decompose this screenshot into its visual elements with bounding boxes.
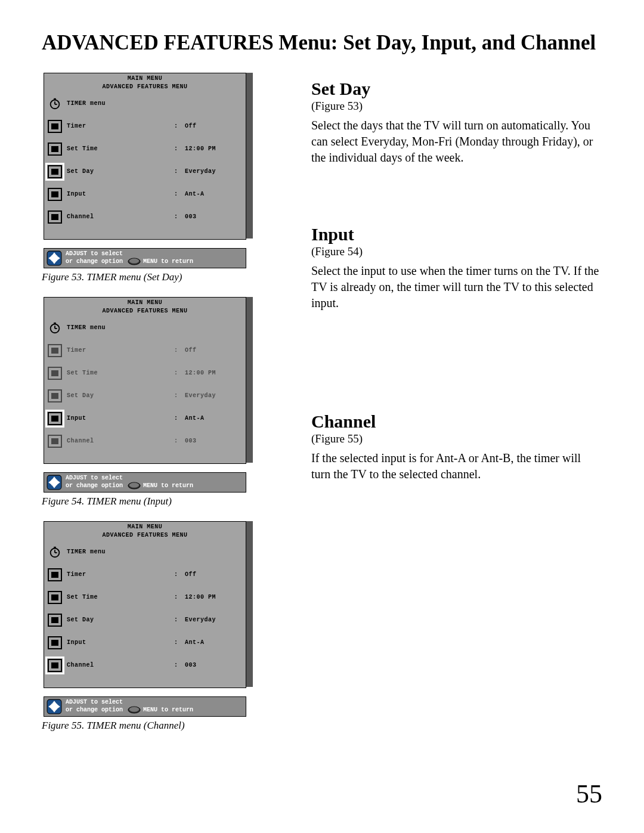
legend-return-text: MENU to return (143, 482, 193, 489)
colon: : (174, 347, 180, 354)
osd-legend: ADJUST to select or change option MENU t… (44, 472, 246, 493)
square-icon (48, 188, 62, 201)
colon: : (174, 594, 180, 600)
colon: : (174, 571, 180, 578)
menu-item-value: 003 (185, 213, 239, 220)
timer-menu-label: TIMER menu (67, 100, 169, 107)
menu-item-label: Input (67, 191, 169, 197)
advanced-features-title: ADVANCED FEATURES MENU (44, 83, 246, 91)
osd-panel: MAIN MENUADVANCED FEATURES MENU TIMER me… (44, 297, 246, 464)
menu-item-label: Input (67, 639, 169, 646)
figure-block: MAIN MENUADVANCED FEATURES MENU TIMER me… (42, 292, 292, 507)
osd-panel: MAIN MENUADVANCED FEATURES MENU TIMER me… (44, 73, 246, 240)
menu-row-set-time: Set Time : 12:00 PM (48, 138, 239, 160)
colon: : (174, 168, 180, 175)
menu-row-timer: Timer : Off (48, 339, 239, 362)
legend-change-text: or change option (66, 482, 123, 489)
main-menu-title: MAIN MENU (44, 522, 246, 531)
menu-item-label: Timer (67, 123, 169, 129)
menu-item-value: Everyday (185, 168, 239, 175)
legend-adjust-text: ADJUST to select (66, 475, 193, 481)
tv-menu-screenshot: MAIN MENUADVANCED FEATURES MENU TIMER me… (44, 73, 246, 243)
menu-row-set-time: Set Time : 12:00 PM (48, 586, 239, 609)
section-heading: Channel (311, 411, 602, 431)
square-icon (48, 344, 62, 357)
colon: : (174, 415, 180, 422)
figure-reference: (Figure 54) (311, 245, 602, 258)
menu-row-input: Input : Ant-A (48, 183, 239, 206)
menu-item-value: 003 (185, 438, 239, 444)
colon: : (174, 145, 180, 152)
timer-menu-header-row: TIMER menu (48, 317, 239, 339)
menu-item-value: 12:00 PM (185, 370, 239, 376)
main-menu-title: MAIN MENU (44, 298, 246, 307)
colon: : (174, 123, 180, 129)
menu-item-label: Timer (67, 347, 169, 354)
colon: : (174, 639, 180, 646)
osd-legend: ADJUST to select or change option MENU t… (44, 696, 246, 717)
menu-row-channel: Channel : 003 (48, 430, 239, 453)
menu-row-set-time: Set Time : 12:00 PM (48, 362, 239, 385)
menu-item-label: Channel (67, 213, 169, 220)
square-icon (48, 165, 62, 178)
menu-item-value: Ant-A (185, 415, 239, 422)
osd-menu-list: TIMER menu Timer : Off Set Time : 12:00 … (44, 315, 246, 463)
menu-button-icon (128, 706, 141, 714)
menu-row-input: Input : Ant-A (48, 407, 239, 430)
square-icon (48, 614, 62, 627)
menu-item-value: 003 (185, 662, 239, 668)
timer-menu-header-row: TIMER menu (48, 92, 239, 115)
figure-caption: Figure 55. TIMER menu (Channel) (42, 720, 292, 732)
menu-row-timer: Timer : Off (48, 115, 239, 138)
menu-item-value: Ant-A (185, 191, 239, 197)
menu-button-icon (128, 258, 141, 265)
timer-icon (48, 546, 62, 559)
square-icon (48, 435, 62, 448)
timer-menu-header-row: TIMER menu (48, 541, 239, 563)
colon: : (174, 662, 180, 668)
section-body: If the selected input is for Ant-A or An… (311, 450, 602, 482)
legend-return-text: MENU to return (143, 707, 193, 713)
figure-caption: Figure 54. TIMER menu (Input) (42, 496, 292, 507)
osd-legend: ADJUST to select or change option MENU t… (44, 248, 246, 268)
timer-menu-label: TIMER menu (67, 324, 169, 331)
menu-row-channel: Channel : 003 (48, 206, 239, 228)
colon: : (174, 213, 180, 220)
osd-menu-list: TIMER menu Timer : Off Set Time : 12:00 … (44, 91, 246, 239)
advanced-features-title: ADVANCED FEATURES MENU (44, 307, 246, 315)
menu-item-value: 12:00 PM (185, 594, 239, 600)
menu-item-label: Timer (67, 571, 169, 578)
page-title: ADVANCED FEATURES Menu: Set Day, Input, … (42, 30, 602, 56)
timer-icon (48, 321, 62, 335)
square-icon (48, 636, 62, 649)
menu-row-set-day: Set Day : Everyday (48, 385, 239, 407)
figure-reference: (Figure 53) (311, 100, 602, 113)
text-section-input: Input (Figure 54) Select the input to us… (311, 224, 602, 311)
osd-menu-list: TIMER menu Timer : Off Set Time : 12:00 … (44, 540, 246, 688)
dpad-icon (47, 475, 62, 490)
menu-item-label: Set Time (67, 145, 169, 152)
menu-item-value: Everyday (185, 617, 239, 623)
menu-item-label: Set Day (67, 617, 169, 623)
square-icon (48, 591, 62, 604)
menu-item-value: Off (185, 571, 239, 578)
text-section-set-day: Set Day (Figure 53) Select the days that… (311, 79, 602, 166)
section-body: Select the input to use when the timer t… (311, 263, 602, 311)
dpad-icon (47, 699, 62, 714)
legend-change-text: or change option (66, 707, 123, 713)
figure-caption: Figure 53. TIMER menu (Set Day) (42, 271, 292, 283)
menu-button-icon (128, 482, 141, 490)
osd-panel: MAIN MENUADVANCED FEATURES MENU TIMER me… (44, 521, 246, 688)
menu-row-set-day: Set Day : Everyday (48, 160, 239, 183)
menu-item-label: Set Time (67, 594, 169, 600)
square-icon (48, 210, 62, 224)
advanced-features-title: ADVANCED FEATURES MENU (44, 531, 246, 540)
menu-item-value: Ant-A (185, 639, 239, 646)
colon: : (174, 617, 180, 623)
menu-row-channel: Channel : 003 (48, 654, 239, 677)
dpad-icon (47, 250, 62, 266)
menu-item-label: Set Day (67, 392, 169, 399)
menu-row-input: Input : Ant-A (48, 631, 239, 654)
tv-menu-screenshot: MAIN MENUADVANCED FEATURES MENU TIMER me… (44, 521, 246, 692)
section-body: Select the days that the TV will turn on… (311, 117, 602, 166)
